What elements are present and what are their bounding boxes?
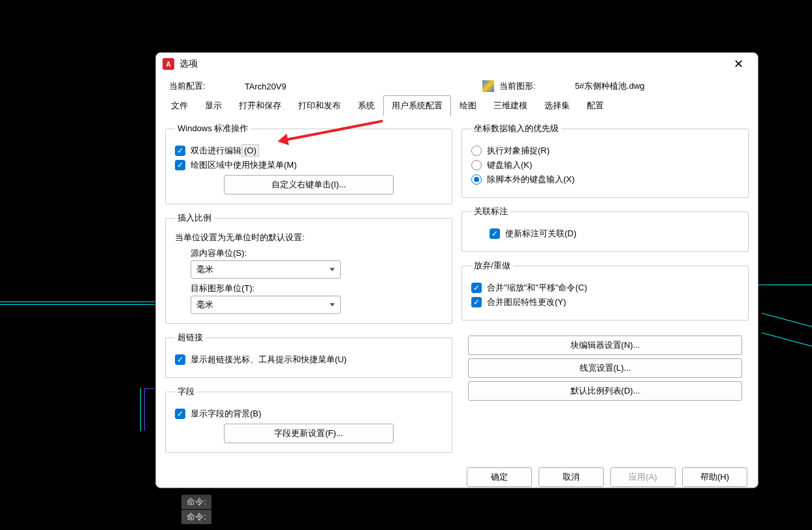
current-drawing-label: 当前图形: <box>499 80 536 92</box>
radio-keyboard[interactable] <box>471 160 482 170</box>
button-field-update-settings[interactable]: 字段更新设置(F)... <box>224 424 394 443</box>
insert-scale-desc: 当单位设置为无单位时的默认设置: <box>175 232 443 243</box>
label-combine-zoom-pan: 合并"缩放"和"平移"命令(C) <box>487 282 587 294</box>
checkbox-hyperlink-cursor[interactable] <box>175 354 185 365</box>
select-source-units[interactable]: 毫米 <box>191 260 341 279</box>
tab-3d-modeling[interactable]: 三维建模 <box>485 95 536 116</box>
checkbox-dblclick-edit[interactable] <box>175 146 185 156</box>
label-keyboard-except-scripts: 除脚本外的键盘输入(X) <box>487 174 574 185</box>
titlebar: A 选项 ✕ <box>156 53 758 75</box>
dialog-title: 选项 <box>180 58 725 70</box>
group-assoc-dim: 关联标注 使新标注可关联(D) <box>461 206 749 252</box>
radio-keyboard-except-scripts[interactable] <box>471 174 482 185</box>
label-dblclick-edit: 双击进行编辑(O) <box>191 145 259 157</box>
button-block-editor-settings[interactable]: 块编辑器设置(N)... <box>468 335 742 355</box>
dialog-footer: 确定 取消 应用(A) 帮助(H) <box>156 460 758 497</box>
label-osnap: 执行对象捕捉(R) <box>487 145 550 157</box>
tab-drafting[interactable]: 绘图 <box>451 95 485 116</box>
label-keyboard: 键盘输入(K) <box>487 159 532 171</box>
checkbox-assoc-dim[interactable] <box>490 228 500 239</box>
current-drawing-value: 5#东侧种植池.dwg <box>575 80 645 92</box>
label-source-units: 源内容单位(S): <box>191 247 443 259</box>
group-coord-priority: 坐标数据输入的优先级 执行对象捕捉(R) 键盘输入(K) 除脚本外的键盘输入(X… <box>461 123 749 198</box>
cancel-button[interactable]: 取消 <box>539 467 604 487</box>
legend-fields: 字段 <box>175 386 197 398</box>
group-insert-scale: 插入比例 当单位设置为无单位时的默认设置: 源内容单位(S): 毫米 目标图形单… <box>165 212 452 324</box>
options-dialog: A 选项 ✕ 当前配置: TArch20V9 当前图形: 5#东侧种植池.dwg… <box>155 52 758 488</box>
label-field-background: 显示字段的背景(B) <box>191 408 261 420</box>
app-icon: A <box>163 58 174 70</box>
tab-file[interactable]: 文件 <box>163 95 196 116</box>
current-config-value: TArch20V9 <box>245 82 287 91</box>
button-custom-right-click[interactable]: 自定义右键单击(I)... <box>224 175 394 195</box>
checkbox-combine-zoom-pan[interactable] <box>471 283 482 293</box>
tab-user-prefs[interactable]: 用户系统配置 <box>383 95 451 116</box>
checkbox-combine-layer-props[interactable] <box>471 297 482 307</box>
tab-open-save[interactable]: 打开和保存 <box>230 95 290 116</box>
button-lineweight-settings[interactable]: 线宽设置(L)... <box>468 358 742 378</box>
label-assoc-dim: 使新标注可关联(D) <box>505 228 576 240</box>
legend-windows-standard: Windows 标准操作 <box>175 123 251 134</box>
apply-button[interactable]: 应用(A) <box>610 467 676 487</box>
group-hyperlink: 超链接 显示超链接光标、工具提示和快捷菜单(U) <box>165 332 452 378</box>
ok-button[interactable]: 确定 <box>467 467 532 487</box>
close-button[interactable]: ✕ <box>725 55 751 73</box>
command-prefix: 命令: <box>181 510 211 524</box>
label-combine-layer-props: 合并图层特性更改(Y) <box>487 296 566 308</box>
checkbox-shortcut-menu[interactable] <box>175 160 185 170</box>
tab-selection[interactable]: 选择集 <box>536 95 578 116</box>
tab-plot-publish[interactable]: 打印和发布 <box>290 95 349 116</box>
legend-undo-redo: 放弃/重做 <box>471 260 513 272</box>
label-shortcut-menu: 绘图区域中使用快捷菜单(M) <box>191 159 297 171</box>
label-target-units: 目标图形单位(T): <box>191 283 443 294</box>
tab-system[interactable]: 系统 <box>349 95 383 116</box>
dwg-icon <box>482 80 494 92</box>
label-hyperlink-cursor: 显示超链接光标、工具提示和快捷菜单(U) <box>191 354 347 366</box>
current-config-label: 当前配置: <box>169 80 206 92</box>
tab-display[interactable]: 显示 <box>196 95 230 116</box>
button-default-scale-list[interactable]: 默认比例列表(D)... <box>468 381 742 401</box>
tabs: 文件 显示 打开和保存 打印和发布 系统 用户系统配置 绘图 三维建模 选择集 … <box>156 95 758 116</box>
tab-profiles[interactable]: 配置 <box>578 95 612 116</box>
legend-assoc-dim: 关联标注 <box>471 206 510 217</box>
legend-hyperlink: 超链接 <box>175 332 206 343</box>
group-undo-redo: 放弃/重做 合并"缩放"和"平移"命令(C) 合并图层特性更改(Y) <box>461 260 749 320</box>
legend-insert-scale: 插入比例 <box>175 212 214 224</box>
group-fields: 字段 显示字段的背景(B) 字段更新设置(F)... <box>165 386 452 453</box>
select-target-units[interactable]: 毫米 <box>191 296 341 314</box>
help-button[interactable]: 帮助(H) <box>682 467 747 487</box>
legend-coord-priority: 坐标数据输入的优先级 <box>471 123 561 134</box>
radio-osnap[interactable] <box>471 146 482 156</box>
command-line-area: 命令: 命令: <box>181 495 211 525</box>
config-row: 当前配置: TArch20V9 当前图形: 5#东侧种植池.dwg <box>156 75 758 95</box>
checkbox-field-background[interactable] <box>175 409 185 419</box>
